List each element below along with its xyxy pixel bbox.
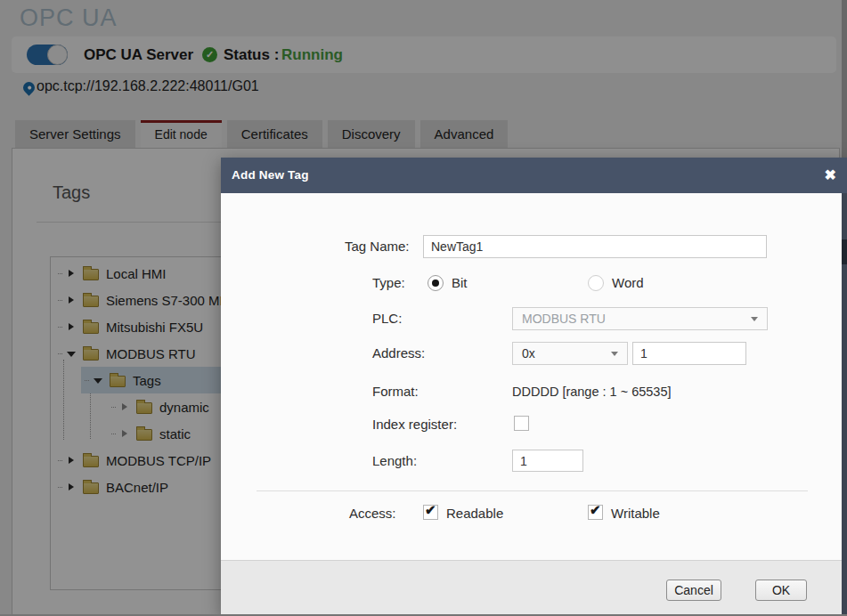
section-divider <box>257 490 808 491</box>
add-new-tag-dialog: Add New Tag ✖ Tag Name: Type: Bit Word P… <box>221 158 847 616</box>
checkmark-icon: ✔ <box>590 502 601 518</box>
plc-label: PLC: <box>372 307 402 330</box>
plc-dropdown-value: MODBUS RTU <box>522 312 606 326</box>
dialog-scrollbar-track[interactable] <box>842 193 847 616</box>
index-register-label: Index register: <box>372 413 457 436</box>
writable-checkbox[interactable]: ✔ <box>588 505 603 520</box>
tag-name-input[interactable] <box>423 235 767 258</box>
type-bit-label: Bit <box>452 272 468 295</box>
address-mode-value: 0x <box>522 346 535 361</box>
screen: OPC UA OPC UA Server ✓ Status : Running … <box>0 0 847 616</box>
writable-label: Writable <box>611 502 660 525</box>
access-label: Access: <box>349 502 396 525</box>
dropdown-arrow-icon <box>751 317 758 321</box>
dialog-header: Add New Tag ✖ <box>221 158 847 193</box>
format-value: DDDDD [range : 1 ~ 65535] <box>512 380 672 403</box>
type-label: Type: <box>372 272 405 295</box>
tag-name-label: Tag Name: <box>345 235 410 258</box>
readable-label: Readable <box>446 502 503 525</box>
close-icon[interactable]: ✖ <box>825 158 836 193</box>
checkmark-icon: ✔ <box>425 502 436 518</box>
ok-button[interactable]: OK <box>755 580 807 601</box>
plc-dropdown[interactable]: MODBUS RTU <box>512 307 768 330</box>
format-label: Format: <box>372 380 419 403</box>
cancel-button[interactable]: Cancel <box>666 580 721 601</box>
length-label: Length: <box>372 450 417 473</box>
address-label: Address: <box>372 342 425 365</box>
dialog-scrollbar-thumb[interactable] <box>842 239 847 264</box>
address-input[interactable] <box>632 342 746 365</box>
dialog-title: Add New Tag <box>232 158 309 193</box>
type-word-radio[interactable] <box>588 275 604 291</box>
address-mode-dropdown[interactable]: 0x <box>512 342 628 365</box>
index-register-checkbox[interactable] <box>514 416 529 431</box>
length-input[interactable] <box>512 450 583 472</box>
readable-checkbox[interactable]: ✔ <box>423 505 438 520</box>
type-bit-radio[interactable] <box>428 275 444 291</box>
dialog-footer <box>221 560 842 616</box>
dropdown-arrow-icon <box>611 352 618 356</box>
type-word-label: Word <box>612 272 644 295</box>
